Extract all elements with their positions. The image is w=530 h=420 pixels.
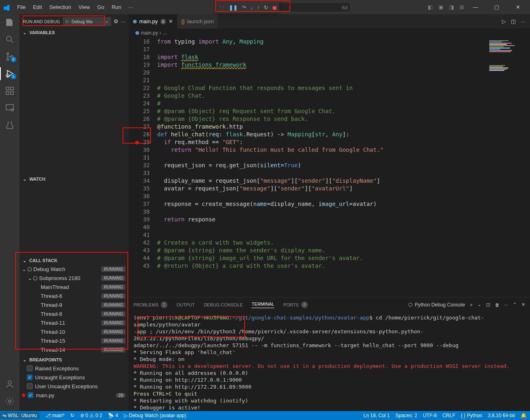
callstack-section-header[interactable]: ⌄ CALL STACK	[20, 256, 129, 265]
thread-item[interactable]: Thread-9RUNNING	[20, 300, 129, 309]
tab-launch.json[interactable]: {}launch.json	[177, 14, 219, 28]
drag-handle-icon[interactable]: ⋮⋮	[218, 5, 225, 10]
new-terminal-icon[interactable]: +	[470, 302, 472, 307]
restart-icon[interactable]: ↻	[264, 4, 268, 11]
breakpoint-exception-item[interactable]: User Uncaught Exceptions	[20, 382, 129, 391]
callstack-root[interactable]: ⌄ ⬡ Debug Watch RUNNING	[20, 265, 129, 273]
debug-status[interactable]: ▷ Debug Watch (avatar-app)	[124, 413, 186, 418]
callstack-subprocess[interactable]: ⌄ ⬡ Subprocess 2180 RUNNING	[20, 273, 129, 282]
thread-item[interactable]: Thread-14RUNNING	[20, 345, 129, 354]
menu-view[interactable]: View	[75, 2, 93, 12]
tab-main.py[interactable]: ⬢main.py2✕	[129, 14, 177, 28]
menu-selection[interactable]: Selection	[46, 2, 74, 12]
checkbox[interactable]	[28, 392, 33, 398]
menu-file[interactable]: File	[14, 2, 29, 12]
encoding[interactable]: UTF-8	[423, 413, 437, 418]
eol[interactable]: CRLF	[442, 413, 455, 418]
minimap[interactable]	[488, 37, 524, 297]
step-into-icon[interactable]: ↓	[250, 4, 253, 11]
code-content[interactable]: from typing import Any, Mappingimport fl…	[157, 37, 488, 297]
split-terminal-icon[interactable]: ◫	[486, 302, 490, 307]
breakpoints-section-header[interactable]: ⌄ BREAKPOINTS	[20, 356, 129, 364]
python-interpreter[interactable]: 3.8.10 64-bit	[488, 413, 515, 418]
pause-icon[interactable]: ❚❚	[229, 4, 238, 11]
debug-toolbar[interactable]: ⋮⋮ ❚❚ ↷ ↓ ↑ ↻ ◼	[216, 2, 279, 13]
scrollbar-vertical[interactable]	[524, 37, 530, 297]
sync-icon[interactable]: ↻	[70, 413, 74, 418]
maximize-button[interactable]: ▢	[488, 1, 506, 13]
breakpoint-exception-item[interactable]: Raised Exceptions	[20, 364, 129, 373]
split-editor-icon[interactable]: ◫	[511, 18, 516, 24]
menu-go[interactable]: Go	[94, 2, 107, 12]
menu-run[interactable]: Run	[108, 2, 125, 12]
menu-···[interactable]: ···	[125, 2, 136, 12]
step-over-icon[interactable]: ↷	[242, 4, 246, 11]
stop-icon[interactable]: ◼	[272, 4, 277, 11]
layout-customize-icon[interactable]: ⊞	[460, 4, 464, 10]
close-tab-icon[interactable]: ✕	[169, 18, 173, 24]
trash-icon[interactable]: 🗑	[495, 302, 499, 307]
notifications-icon[interactable]: 🔔	[521, 413, 527, 418]
problems-status[interactable]: ⊘ 0 ⚠ 0 2	[80, 413, 102, 418]
indentation[interactable]: Spaces: 2	[396, 413, 417, 418]
checkbox[interactable]	[27, 374, 33, 380]
start-debugging-icon[interactable]: ▷	[66, 19, 69, 24]
thread-item[interactable]: MainThreadRUNNING	[20, 282, 129, 291]
variables-section-header[interactable]: ⌄ VARIABLES	[20, 28, 129, 37]
more-actions-icon[interactable]: ···	[121, 18, 125, 24]
maximize-panel-icon[interactable]: ⌃	[513, 302, 517, 307]
terminal-selector[interactable]: ⬡ Python Debug Console	[408, 302, 465, 308]
line-gutter[interactable]: 1617181920212223242526272829303132333435…	[129, 37, 157, 297]
checkbox[interactable]	[27, 365, 33, 371]
layout-sidebar-right-icon[interactable]: ◨	[449, 4, 454, 10]
panel-tab-debug-console[interactable]: DEBUG CONSOLE	[204, 302, 243, 308]
accounts-icon[interactable]	[5, 379, 15, 389]
debug-settings-gear-icon[interactable]: ⚙	[114, 18, 118, 24]
testing-icon[interactable]	[5, 120, 15, 130]
chevron-down-icon[interactable]: ⌄	[477, 302, 481, 307]
run-icon[interactable]: ▷	[502, 18, 506, 24]
close-window-button[interactable]: ✕	[509, 1, 527, 13]
language-mode[interactable]: { } Python	[461, 413, 482, 418]
thread-item[interactable]: Thread-15RUNNING	[20, 336, 129, 345]
thread-item[interactable]: Thread-11RUNNING	[20, 318, 129, 327]
chevron-down-icon[interactable]: ⌄	[105, 19, 109, 24]
extensions-icon[interactable]	[5, 86, 15, 96]
breakpoint-file-item[interactable]: main.py29	[20, 391, 129, 400]
layout-panel-icon[interactable]: ▣	[438, 4, 443, 10]
git-branch[interactable]: ⎇ main*	[45, 413, 65, 418]
svg-rect-10	[6, 105, 13, 110]
menu-edit[interactable]: Edit	[30, 2, 45, 12]
close-panel-icon[interactable]: ✕	[521, 302, 525, 307]
more-panel-actions-icon[interactable]: ···	[504, 302, 508, 307]
debug-config-select[interactable]: ▷ Debug Wa ⌄	[63, 17, 111, 26]
watch-section-header[interactable]: ⌄ WATCH	[20, 175, 129, 183]
search-icon[interactable]	[5, 35, 15, 44]
ports-status[interactable]: 📡 4	[108, 413, 118, 418]
panel-tab-terminal[interactable]: TERMINAL	[252, 302, 274, 308]
editor-area: ⬢main.py2✕{}launch.json ▷ ◫ ··· ⬢ main.p…	[129, 14, 530, 411]
step-out-icon[interactable]: ↑	[257, 4, 260, 11]
layout-sidebar-left-icon[interactable]: ◧	[428, 4, 433, 10]
thread-item[interactable]: Thread-8RUNNING	[20, 309, 129, 318]
remote-indicator[interactable]: ⇋ WSL: Ubuntu	[0, 412, 39, 419]
breadcrumb[interactable]: ⬢ main.py › ...	[129, 28, 530, 37]
panel-tab-problems[interactable]: PROBLEMS2	[134, 302, 167, 308]
terminal-output[interactable]: (env) pierrick@LAPTOP-HKU5PNNG:~/git/goo…	[129, 312, 530, 411]
explorer-icon[interactable]	[5, 18, 15, 27]
checkbox[interactable]	[27, 383, 33, 389]
cursor-position[interactable]: Ln 19, Col 1	[364, 413, 390, 418]
remote-explorer-icon[interactable]	[5, 103, 15, 113]
source-control-icon[interactable]: 5	[5, 52, 15, 61]
settings-gear-icon[interactable]	[5, 396, 15, 406]
panel-tab-ports[interactable]: PORTS4	[283, 302, 308, 308]
panel-tab-output[interactable]: OUTPUT	[176, 302, 195, 308]
run-debug-icon[interactable]: 1	[5, 69, 15, 79]
editor-body[interactable]: 1617181920212223242526272829303132333435…	[129, 37, 530, 297]
breakpoint-exception-item[interactable]: Uncaught Exceptions	[20, 373, 129, 382]
breakpoint-dot-icon[interactable]	[135, 141, 139, 144]
thread-item[interactable]: Thread-6RUNNING	[20, 291, 129, 300]
minimize-button[interactable]: —	[466, 1, 484, 13]
thread-item[interactable]: Thread-10RUNNING	[20, 327, 129, 336]
more-tab-actions-icon[interactable]: ···	[521, 18, 525, 24]
